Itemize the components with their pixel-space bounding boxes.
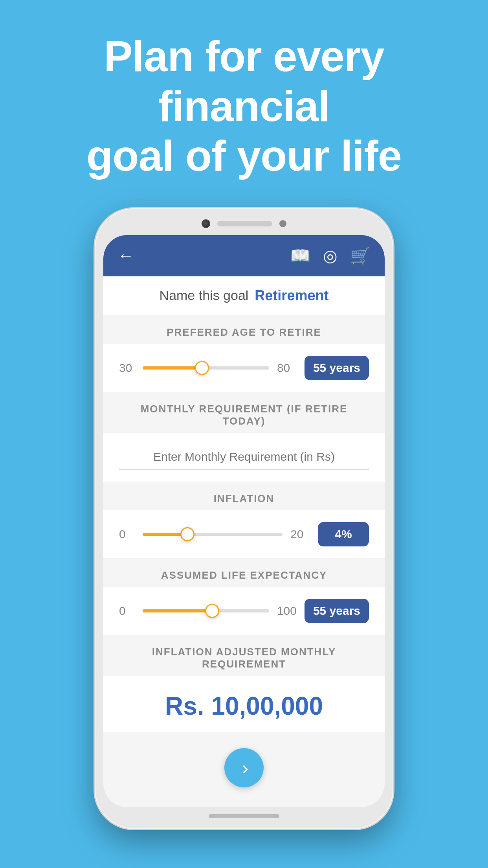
goal-name-label: Name this goal — [160, 288, 249, 303]
life-expectancy-slider[interactable] — [143, 607, 269, 615]
result-title: INFLATION ADJUSTED MONTHLY REQUIREMENT — [103, 646, 385, 670]
life-expectancy-max: 100 — [277, 604, 297, 618]
inflation-slider[interactable] — [143, 530, 283, 538]
goal-name-row: Name this goal Retirement — [103, 276, 385, 315]
inflation-min: 0 — [119, 528, 135, 541]
preferred-age-min: 30 — [119, 361, 135, 375]
header-icons: 📖 ◎ 🛒 — [290, 246, 371, 265]
preferred-age-card: 30 80 55 years — [103, 344, 385, 392]
goal-name-value[interactable]: Retirement — [255, 287, 328, 304]
life-expectancy-title: ASSUMED LIFE EXPECTANCY — [103, 569, 385, 581]
slider-thumb[interactable] — [195, 361, 209, 375]
phone-device: ← 📖 ◎ 🛒 Name this goal Retirement PREFER… — [95, 208, 393, 829]
phone-screen: ← 📖 ◎ 🛒 Name this goal Retirement PREFER… — [103, 235, 385, 807]
preferred-age-title: PREFERED AGE TO RETIRE — [103, 326, 385, 338]
preferred-age-slider-row: 30 80 55 years — [119, 356, 369, 380]
monthly-req-card — [103, 433, 385, 482]
app-header: ← 📖 ◎ 🛒 — [103, 235, 385, 276]
preferred-age-section: PREFERED AGE TO RETIRE 30 80 55 years — [103, 315, 385, 392]
slider-thumb[interactable] — [180, 527, 194, 541]
phone-bottom-bar — [209, 814, 279, 818]
inflation-card: 0 20 4% — [103, 510, 385, 558]
life-expectancy-min: 0 — [119, 604, 135, 618]
result-amount: Rs. 10,00,000 — [119, 691, 369, 721]
target-icon[interactable]: ◎ — [323, 246, 338, 265]
phone-wrapper: ← 📖 ◎ 🛒 Name this goal Retirement PREFER… — [0, 208, 488, 829]
life-expectancy-section: ASSUMED LIFE EXPECTANCY 0 100 55 years — [103, 558, 385, 635]
preferred-age-max: 80 — [277, 361, 297, 375]
next-button-container: › — [103, 732, 385, 807]
next-arrow-icon: › — [242, 756, 249, 779]
result-section: INFLATION ADJUSTED MONTHLY REQUIREMENT R… — [103, 635, 385, 732]
life-expectancy-slider-row: 0 100 55 years — [119, 599, 369, 623]
preferred-age-slider[interactable] — [143, 364, 269, 372]
inflation-title: INFLATION — [103, 493, 385, 505]
life-expectancy-badge: 55 years — [305, 599, 369, 623]
inflation-slider-row: 0 20 4% — [119, 522, 369, 546]
inflation-badge: 4% — [318, 522, 369, 546]
cart-icon[interactable]: 🛒 — [350, 246, 371, 265]
inflation-max: 20 — [290, 528, 310, 541]
headline-text: Plan for every financial goal of your li… — [24, 31, 464, 181]
slider-thumb[interactable] — [205, 604, 219, 618]
next-button[interactable]: › — [224, 748, 264, 787]
phone-camera — [202, 219, 210, 228]
slider-fill — [143, 366, 202, 370]
phone-speaker — [217, 221, 272, 226]
result-card: Rs. 10,00,000 — [103, 676, 385, 732]
book-icon[interactable]: 📖 — [290, 246, 310, 265]
slider-fill — [143, 609, 212, 612]
inflation-section: INFLATION 0 20 4% — [103, 482, 385, 558]
life-expectancy-card: 0 100 55 years — [103, 587, 385, 635]
back-button[interactable]: ← — [117, 246, 134, 265]
phone-sensor — [279, 220, 286, 227]
monthly-req-title: MONTHLY REQUIREMENT (IF RETIRE TODAY) — [103, 403, 385, 427]
headline-section: Plan for every financial goal of your li… — [0, 0, 488, 197]
preferred-age-badge: 55 years — [305, 356, 369, 380]
header-left: ← — [117, 246, 134, 265]
monthly-req-section: MONTHLY REQUIREMENT (IF RETIRE TODAY) — [103, 392, 385, 482]
monthly-req-input[interactable] — [119, 445, 369, 470]
phone-top-bar — [103, 219, 385, 228]
